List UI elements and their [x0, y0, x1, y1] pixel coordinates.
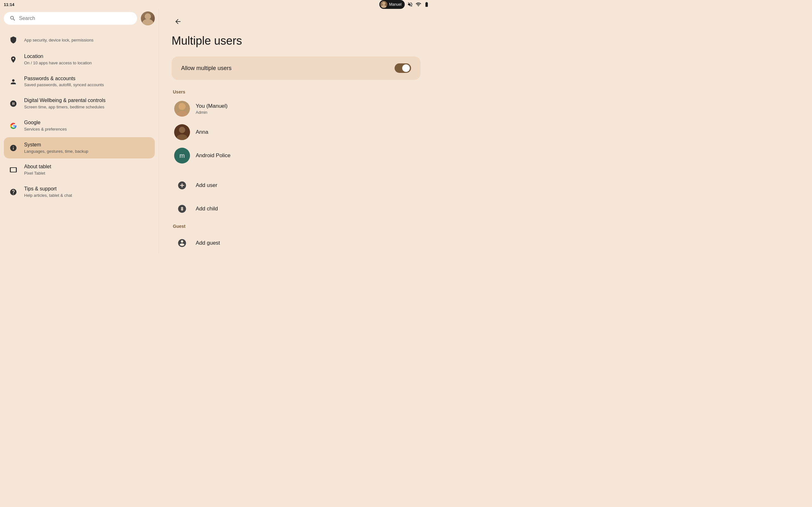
- sidebar-item-tips[interactable]: Tips & support Help articles, tablet & c…: [4, 181, 155, 203]
- svg-point-8: [179, 127, 185, 133]
- sidebar-subtitle-google: Services & preferences: [24, 127, 150, 132]
- sidebar-title-location: Location: [24, 53, 150, 60]
- user-avatar-android-police: m: [174, 148, 190, 164]
- add-child-label: Add child: [196, 206, 218, 212]
- sidebar-item-about[interactable]: About tablet Pixel Tablet: [4, 159, 155, 181]
- system-icon: [9, 144, 18, 152]
- toggle-label: Allow multiple users: [181, 65, 232, 72]
- sidebar-title-passwords: Passwords & accounts: [24, 75, 150, 82]
- user-avatar-sidebar[interactable]: [141, 11, 155, 25]
- sidebar-item-google[interactable]: Google Services & preferences: [4, 115, 155, 136]
- svg-point-5: [179, 103, 186, 110]
- mute-icon: [407, 2, 413, 7]
- help-circle-icon: [9, 188, 18, 196]
- main-layout: App security, device lock, permissions L…: [0, 0, 433, 253]
- sidebar-subtitle-about: Pixel Tablet: [24, 171, 150, 176]
- sidebar-item-wellbeing[interactable]: Digital Wellbeing & parental controls Sc…: [4, 93, 155, 114]
- sidebar-item-passwords[interactable]: Passwords & accounts Saved passwords, au…: [4, 71, 155, 93]
- user-chip[interactable]: Manuel: [379, 0, 405, 9]
- guest-section: Guest Add guest: [171, 224, 420, 253]
- add-guest-item[interactable]: Add guest: [171, 231, 420, 253]
- person-card-icon: [9, 78, 18, 86]
- avatar-text-ap: m: [180, 152, 185, 159]
- add-guest-label: Add guest: [196, 240, 220, 246]
- toggle-knob: [402, 64, 410, 72]
- back-button[interactable]: [171, 15, 184, 28]
- svg-point-0: [382, 2, 386, 5]
- user-avatar-anna: [174, 124, 190, 140]
- battery-icon: [424, 2, 429, 7]
- add-user-icon: [174, 177, 190, 193]
- sidebar-text-system: System Languages, gestures, time, backup: [24, 142, 150, 154]
- add-user-label: Add user: [196, 182, 217, 188]
- sidebar-subtitle-passwords: Saved passwords, autofill, synced accoun…: [24, 82, 150, 88]
- search-bar: [4, 11, 155, 25]
- sidebar-text-passwords: Passwords & accounts Saved passwords, au…: [24, 75, 150, 88]
- sidebar-title-about: About tablet: [24, 164, 150, 170]
- sidebar: App security, device lock, permissions L…: [0, 9, 159, 253]
- user-chip-avatar: [380, 1, 387, 8]
- guest-section-header: Guest: [171, 224, 420, 229]
- allow-multiple-users-toggle[interactable]: [395, 63, 411, 73]
- user-info-manuel: You (Manuel) Admin: [196, 103, 418, 115]
- user-name-anna: Anna: [196, 129, 418, 135]
- sidebar-text-about: About tablet Pixel Tablet: [24, 164, 150, 176]
- wifi-icon: [415, 2, 421, 7]
- tablet-icon: [9, 166, 18, 174]
- svg-point-3: [142, 19, 154, 25]
- sidebar-subtitle-tips: Help articles, tablet & chat: [24, 193, 150, 199]
- sidebar-subtitle-system: Languages, gestures, time, backup: [24, 149, 150, 154]
- add-child-item[interactable]: Add child: [171, 197, 420, 221]
- status-time: 11:14: [4, 2, 14, 7]
- user-item-anna[interactable]: Anna: [171, 120, 420, 144]
- sidebar-text-wellbeing: Digital Wellbeing & parental controls Sc…: [24, 97, 150, 110]
- users-section-header: Users: [171, 89, 420, 95]
- google-icon: [9, 122, 18, 130]
- user-info-anna: Anna: [196, 129, 418, 135]
- svg-point-2: [145, 13, 151, 20]
- add-guest-icon: [174, 235, 190, 251]
- sidebar-item-app-security[interactable]: App security, device lock, permissions: [4, 32, 155, 48]
- status-icons: Manuel: [379, 0, 429, 9]
- sidebar-item-location[interactable]: Location On / 10 apps have access to loc…: [4, 49, 155, 70]
- user-item-manuel[interactable]: You (Manuel) Admin: [171, 97, 420, 120]
- svg-point-1: [381, 5, 387, 8]
- user-avatar-manuel: [174, 101, 190, 117]
- sidebar-title-google: Google: [24, 119, 150, 126]
- sidebar-text-app-security: App security, device lock, permissions: [24, 37, 150, 43]
- user-name-manuel: You (Manuel): [196, 103, 418, 109]
- status-bar: 11:14 Manuel: [0, 0, 433, 9]
- shield-icon: [9, 36, 18, 44]
- add-child-icon: [174, 201, 190, 217]
- sidebar-subtitle-location: On / 10 apps have access to location: [24, 60, 150, 66]
- add-user-item[interactable]: Add user: [171, 174, 420, 197]
- sidebar-text-tips: Tips & support Help articles, tablet & c…: [24, 186, 150, 199]
- sidebar-item-system[interactable]: System Languages, gestures, time, backup: [4, 137, 155, 159]
- sidebar-subtitle-app-security: App security, device lock, permissions: [24, 38, 150, 43]
- location-icon: [9, 56, 18, 63]
- main-content: Multiple users Allow multiple users User…: [159, 9, 433, 253]
- search-input-container[interactable]: [4, 12, 137, 25]
- search-input[interactable]: [19, 15, 131, 21]
- search-icon: [9, 15, 16, 21]
- user-role-manuel: Admin: [196, 110, 418, 115]
- sidebar-title-system: System: [24, 142, 150, 148]
- user-name-android-police: Android Police: [196, 153, 418, 159]
- wellbeing-icon: [9, 100, 18, 107]
- sidebar-title-tips: Tips & support: [24, 186, 150, 192]
- user-chip-name: Manuel: [389, 2, 402, 7]
- user-item-android-police[interactable]: m Android Police: [171, 144, 420, 167]
- allow-multiple-users-card[interactable]: Allow multiple users: [171, 56, 420, 80]
- page-title: Multiple users: [171, 34, 420, 48]
- sidebar-text-google: Google Services & preferences: [24, 119, 150, 132]
- sidebar-subtitle-wellbeing: Screen time, app timers, bedtime schedul…: [24, 105, 150, 110]
- sidebar-title-wellbeing: Digital Wellbeing & parental controls: [24, 97, 150, 104]
- user-info-android-police: Android Police: [196, 153, 418, 159]
- sidebar-text-location: Location On / 10 apps have access to loc…: [24, 53, 150, 66]
- user-list: You (Manuel) Admin Anna: [171, 97, 420, 167]
